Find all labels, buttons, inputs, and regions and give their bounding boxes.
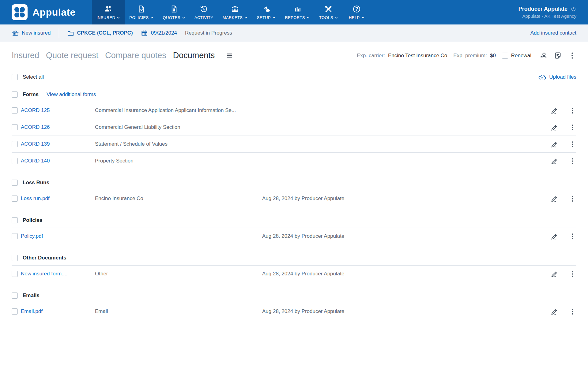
nav-help[interactable]: HELP <box>343 0 371 24</box>
section-loss-runs: Loss Runs Loss run.pdf Encino Insurance … <box>12 175 576 207</box>
kebab-menu-icon[interactable] <box>569 233 576 240</box>
section-policies: Policies Policy.pdf Aug 28, 2024 by Prod… <box>12 213 576 244</box>
upload-files-label: Upload files <box>549 74 576 80</box>
edit-pencil-icon[interactable] <box>551 140 558 148</box>
nav-quotes[interactable]: QUOTES <box>158 0 190 24</box>
section-title: Emails <box>23 293 40 299</box>
edit-pencil-icon[interactable] <box>551 107 558 114</box>
insured-entity-label: CPKGE (CGL, PROPC) <box>77 30 133 36</box>
select-all-checkbox[interactable] <box>12 74 18 80</box>
edit-pencil-icon[interactable] <box>551 308 558 315</box>
row-checkbox[interactable] <box>12 233 18 239</box>
document-link[interactable]: ACORD 125 <box>21 107 95 114</box>
logout-power-icon[interactable] <box>571 6 576 12</box>
tab-insured[interactable]: Insured <box>12 51 39 60</box>
list-toolbar: Select all Upload files <box>12 73 576 81</box>
hamburger-menu-icon[interactable] <box>226 52 233 59</box>
appulate-logo-icon[interactable] <box>12 4 28 20</box>
table-row: ACORD 125 Commercial Insurance Applicati… <box>12 102 576 119</box>
folder-icon <box>67 30 74 37</box>
edit-pencil-icon[interactable] <box>551 195 558 203</box>
kebab-menu-icon[interactable] <box>568 51 576 60</box>
insured-context-bar: New insured CPKGE (CGL, PROPC) 09/21/202… <box>0 24 588 42</box>
question-circle-icon <box>352 5 361 13</box>
section-header: Policies <box>12 213 576 228</box>
divider <box>59 28 59 38</box>
exp-premium-label: Exp. premium: <box>453 53 487 59</box>
new-insured-link[interactable]: New insured <box>12 30 51 37</box>
effective-date-link[interactable]: 09/21/2024 <box>141 30 177 37</box>
document-description: Other <box>95 271 262 277</box>
exp-carrier-label: Exp. carrier: <box>357 53 385 59</box>
document-link[interactable]: ACORD 140 <box>21 158 95 164</box>
section-header: Emails <box>12 288 576 303</box>
row-checkbox[interactable] <box>12 107 18 114</box>
nav-markets[interactable]: MARKETS <box>218 0 252 24</box>
row-checkbox[interactable] <box>12 196 18 202</box>
row-checkbox[interactable] <box>12 158 18 164</box>
tab-documents[interactable]: Documents <box>173 51 215 60</box>
edit-pencil-icon[interactable] <box>551 233 558 240</box>
document-link[interactable]: Loss run.pdf <box>21 196 95 202</box>
insured-entity-link[interactable]: CPKGE (CGL, PROPC) <box>67 30 133 37</box>
document-link[interactable]: ACORD 139 <box>21 141 95 147</box>
kebab-menu-icon[interactable] <box>569 157 576 165</box>
document-description: Email <box>95 308 262 315</box>
section-checkbox[interactable] <box>12 91 18 98</box>
renewal-checkbox[interactable] <box>502 53 508 59</box>
page-tabs-row: Insured Quote request Compare quotes Doc… <box>12 51 576 60</box>
kebab-menu-icon[interactable] <box>569 140 576 148</box>
section-title: Forms <box>23 91 39 98</box>
notes-icon[interactable] <box>554 51 562 60</box>
policy-summary: Exp. carrier: Encino Test Insurance Co E… <box>357 51 576 60</box>
chevron-down-icon <box>335 16 338 19</box>
kebab-menu-icon[interactable] <box>569 308 576 315</box>
section-forms: Forms View additional forms ACORD 125 Co… <box>12 87 576 169</box>
document-link[interactable]: Policy.pdf <box>21 233 95 239</box>
nav-tools[interactable]: TOOLS <box>315 0 343 24</box>
view-additional-forms-link[interactable]: View additional forms <box>47 91 96 98</box>
kebab-menu-icon[interactable] <box>569 107 576 114</box>
clover-icon <box>14 7 25 17</box>
section-other-documents: Other Documents New insured form.... Oth… <box>12 251 576 282</box>
documents-page: Insured Quote request Compare quotes Doc… <box>0 51 588 320</box>
section-checkbox[interactable] <box>12 255 18 261</box>
document-link[interactable]: Email.pdf <box>21 308 95 315</box>
bank-icon <box>231 5 239 13</box>
kebab-menu-icon[interactable] <box>569 195 576 203</box>
edit-pencil-icon[interactable] <box>551 124 558 131</box>
request-status: Request in Progress <box>185 30 232 36</box>
kebab-menu-icon[interactable] <box>569 124 576 131</box>
edit-pencil-icon[interactable] <box>551 157 558 165</box>
section-checkbox[interactable] <box>12 293 18 299</box>
upload-files-button[interactable]: Upload files <box>538 73 576 81</box>
row-checkbox[interactable] <box>12 124 18 130</box>
nav-setup[interactable]: SETUP <box>252 0 280 24</box>
tab-compare-quotes[interactable]: Compare quotes <box>105 51 166 60</box>
table-row: ACORD 139 Statement / Schedule of Values <box>12 136 576 152</box>
insured-contacts-icon[interactable] <box>539 51 548 60</box>
section-title: Other Documents <box>23 255 66 261</box>
exp-carrier-value: Encino Test Insurance Co <box>388 53 447 59</box>
tab-quote-request[interactable]: Quote request <box>46 51 98 60</box>
section-checkbox[interactable] <box>12 217 18 223</box>
section-header: Other Documents <box>12 251 576 265</box>
nav-insured[interactable]: INSURED <box>92 0 125 24</box>
section-checkbox[interactable] <box>12 180 18 186</box>
nav-activity[interactable]: ACTIVITY <box>190 0 218 24</box>
row-checkbox[interactable] <box>12 141 18 147</box>
document-link[interactable]: New insured form.... <box>21 271 95 277</box>
kebab-menu-icon[interactable] <box>569 270 576 278</box>
nav-policies[interactable]: POLICIES <box>125 0 158 24</box>
users-icon <box>104 5 112 13</box>
document-link[interactable]: ACORD 126 <box>21 124 95 130</box>
add-insured-contact-link[interactable]: Add insured contact <box>530 30 576 36</box>
row-checkbox[interactable] <box>12 271 18 277</box>
nav-markets-label: MARKETS <box>223 15 243 20</box>
nav-tools-label: TOOLS <box>319 15 333 20</box>
edit-pencil-icon[interactable] <box>551 270 558 278</box>
nav-reports[interactable]: REPORTS <box>280 0 314 24</box>
row-checkbox[interactable] <box>12 308 18 315</box>
document-description: Commercial Insurance Application Applica… <box>95 107 262 114</box>
page-tabs: Insured Quote request Compare quotes Doc… <box>12 51 233 60</box>
